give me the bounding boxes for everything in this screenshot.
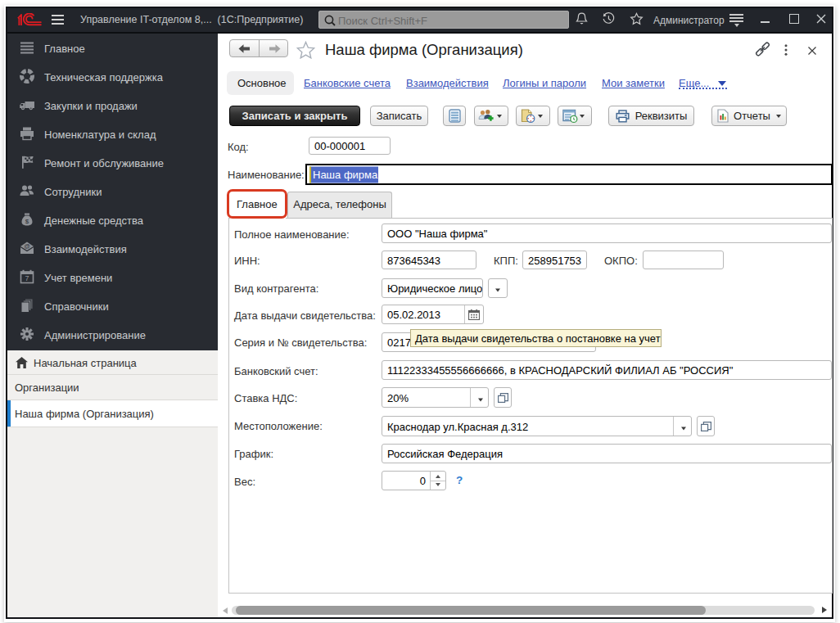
svg-text:@: @	[24, 242, 30, 250]
svg-text:$: $	[25, 218, 29, 225]
svg-text:7: 7	[25, 274, 29, 282]
